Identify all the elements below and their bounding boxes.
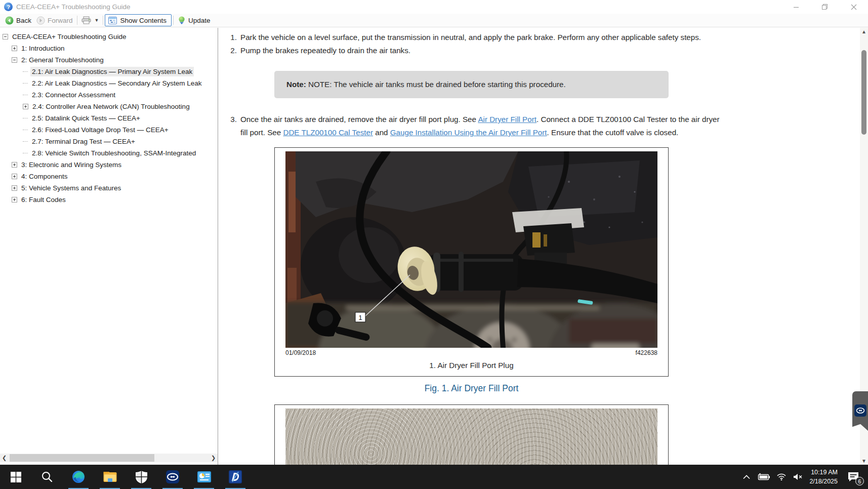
tree-item[interactable]: 2.1: Air Leak Diagnostics — Primary Air … — [0, 66, 218, 77]
tree-item[interactable]: 2.3: Connector Assessment — [0, 89, 218, 101]
link-gauge-installation[interactable]: Gauge Installation Using the Air Dryer F… — [390, 128, 547, 137]
close-button[interactable] — [839, 0, 868, 14]
procedure-step: 1. Park the vehicle on a level surface, … — [226, 31, 860, 44]
back-label: Back — [16, 17, 31, 24]
sidebar-horizontal-scrollbar[interactable]: ❮ ❯ — [0, 454, 218, 462]
tree-item[interactable]: 2: General Troubleshooting — [0, 54, 218, 66]
tree-item[interactable]: 1: Introduction — [0, 43, 218, 54]
taskbar: 10:19 AM 2/18/2025 6 — [0, 465, 868, 489]
file-explorer-icon — [103, 471, 117, 483]
tree-item[interactable]: 2.5: Datalink Quick Tests — CEEA+ — [0, 112, 218, 124]
tree-item-label[interactable]: 2.5: Datalink Quick Tests — CEEA+ — [30, 113, 142, 123]
forward-icon — [36, 16, 45, 25]
print-dropdown-caret[interactable]: ▼ — [95, 18, 99, 23]
tree-item[interactable]: 5: Vehicle Systems and Features — [0, 182, 218, 194]
tree-item[interactable]: 2.7: Terminal Drag Test — CEEA+ — [0, 136, 218, 147]
teamviewer-taskbar-button[interactable] — [157, 465, 188, 489]
tree-item[interactable]: 3: Electronic and Wiring Systems — [0, 159, 218, 171]
scrollbar-thumb[interactable] — [10, 454, 154, 462]
expand-icon[interactable] — [12, 197, 17, 202]
tree-item[interactable]: 2.2: Air Leak Diagnostics — Secondary Ai… — [0, 77, 218, 89]
tree-item[interactable]: 6: Fault Codes — [0, 194, 218, 206]
tree-item-label[interactable]: CEEA-CEEA+ Troubleshooting Guide — [11, 32, 128, 42]
tree-item-label[interactable]: 2.2: Air Leak Diagnostics — Secondary Ai… — [30, 78, 203, 88]
step-text: Park the vehicle on a level surface, put… — [240, 31, 720, 44]
system-info-icon — [197, 471, 211, 482]
update-label: Update — [188, 17, 211, 24]
tree-item[interactable]: 2.8: Vehicle Switch Troubleshooting, SSA… — [0, 147, 218, 159]
diagnostic-app-button[interactable] — [220, 465, 251, 489]
tree-item[interactable]: 2.6: Fixed-Load Voltage Drop Test — CEEA… — [0, 124, 218, 136]
figure-callout-1: 1 — [358, 314, 362, 321]
expand-icon[interactable] — [12, 46, 17, 51]
tree-item-label[interactable]: 2.1: Air Leak Diagnostics — Primary Air … — [30, 67, 194, 76]
windows-security-button[interactable] — [126, 465, 157, 489]
tree-item-label[interactable]: 1: Introduction — [20, 44, 66, 53]
update-button[interactable]: Update — [175, 16, 213, 25]
tree-item-label[interactable]: 2: General Troubleshooting — [20, 55, 105, 65]
clock[interactable]: 10:19 AM 2/18/2025 — [809, 468, 838, 486]
battery-icon[interactable] — [757, 473, 770, 480]
scroll-left-arrow[interactable]: ❮ — [0, 454, 9, 462]
step-number: 2. — [226, 44, 237, 57]
tree-item-label[interactable]: 2.3: Connector Assessment — [30, 90, 117, 100]
edge-taskbar-button[interactable] — [63, 465, 94, 489]
volume-muted-icon[interactable] — [793, 473, 802, 480]
tree-item-label[interactable]: 2.7: Terminal Drag Test — CEEA+ — [30, 137, 137, 146]
system-info-button[interactable] — [188, 465, 220, 489]
restore-button[interactable] — [810, 0, 839, 14]
tree-item[interactable]: 4: Components — [0, 171, 218, 182]
note-label: Note: — [286, 80, 306, 89]
expand-icon[interactable] — [12, 174, 17, 179]
minimize-button[interactable] — [781, 0, 810, 14]
figure-2-frame — [274, 404, 669, 465]
tree-item[interactable]: CEEA-CEEA+ Troubleshooting Guide — [0, 31, 218, 43]
action-center-button[interactable]: 6 — [845, 468, 862, 485]
collapse-icon[interactable] — [3, 34, 8, 39]
tree-item-label[interactable]: 5: Vehicle Systems and Features — [20, 183, 122, 193]
figure-1-photo: 1 — [285, 151, 657, 348]
toolbar-separator — [103, 16, 103, 25]
printer-icon — [81, 16, 91, 24]
scroll-down-arrow[interactable]: ▼ — [860, 458, 868, 464]
print-button[interactable]: ▼ — [79, 16, 102, 24]
clock-date: 2/18/2025 — [809, 477, 838, 486]
note-text: NOTE: The vehicle air tanks must be drai… — [306, 80, 566, 89]
tree-item-label[interactable]: 4: Components — [20, 172, 69, 181]
back-button[interactable]: Back — [3, 16, 34, 25]
show-contents-button[interactable]: Show Contents — [105, 14, 172, 26]
start-icon — [11, 472, 21, 482]
forward-label: Forward — [48, 17, 73, 24]
tree-item-label[interactable]: 2.6: Fixed-Load Voltage Drop Test — CEEA… — [30, 125, 170, 135]
link-cal-tester[interactable]: DDE TLZ00100 Cal Tester — [283, 128, 373, 137]
tree-item-label[interactable]: 2.8: Vehicle Switch Troubleshooting, SSA… — [30, 148, 197, 158]
scroll-up-arrow[interactable]: ▲ — [860, 29, 868, 34]
forward-button[interactable]: Forward — [34, 16, 75, 25]
file-explorer-button[interactable] — [94, 465, 126, 489]
figure-code: f422638 — [636, 349, 657, 356]
tray-chevron-icon[interactable] — [743, 475, 750, 479]
toolbar-separator — [173, 16, 174, 25]
tree-item[interactable]: 2.4: Controller Area Network (CAN) Troub… — [0, 101, 218, 112]
tree-item-label[interactable]: 2.4: Controller Area Network (CAN) Troub… — [31, 102, 191, 111]
step-text-fragment: Once the air tanks are drained, remove t… — [240, 115, 478, 124]
collapse-icon[interactable] — [12, 57, 17, 63]
step-text-fragment: and — [373, 128, 390, 137]
scroll-right-arrow[interactable]: ❯ — [209, 454, 218, 462]
tree-connector — [23, 118, 28, 118]
expand-icon[interactable] — [12, 185, 17, 191]
expand-icon[interactable] — [12, 162, 17, 168]
tree-item-label[interactable]: 6: Fault Codes — [20, 195, 67, 205]
tree-connector — [23, 141, 28, 142]
tree-item-label[interactable]: 3: Electronic and Wiring Systems — [20, 160, 123, 170]
search-button[interactable] — [31, 465, 63, 489]
scrollbar-thumb[interactable] — [861, 50, 866, 135]
wifi-icon[interactable] — [777, 473, 786, 480]
contents-panel-icon — [108, 17, 117, 24]
link-air-dryer-fill-port[interactable]: Air Dryer Fill Port — [478, 115, 536, 124]
expand-icon[interactable] — [23, 104, 28, 109]
start-button[interactable] — [0, 465, 31, 489]
tree-connector — [23, 130, 28, 130]
content-tree: CEEA-CEEA+ Troubleshooting Guide1: Intro… — [0, 28, 218, 206]
help-viewer-window: ? CEEA-CEEA+ Troubleshooting Guide Back … — [0, 0, 868, 489]
